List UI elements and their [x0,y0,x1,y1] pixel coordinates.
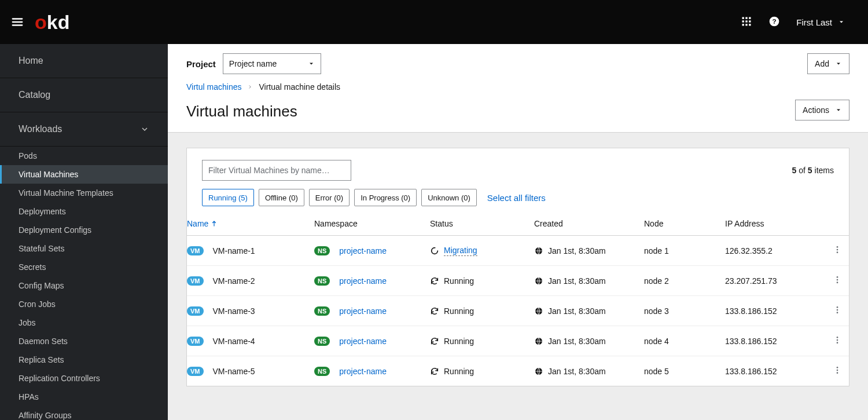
namespace-link[interactable]: project-name [339,367,387,376]
caret-down-icon [835,60,842,67]
hamburger-button[interactable] [0,16,35,28]
sidebar-section-catalog[interactable]: Catalog [0,78,168,112]
row-actions-kebab[interactable] [833,335,842,345]
header-row-3: Virtual machines Actions [186,100,849,120]
sidebar-section-workloads[interactable]: Workloads [0,112,168,147]
svg-rect-4 [746,20,748,22]
svg-rect-6 [742,24,744,25]
svg-point-23 [837,312,838,313]
sidebar-item-jobs[interactable]: Jobs [0,313,168,332]
filter-chip[interactable]: Offline (0) [259,189,304,206]
table-row: VMVM-name-2NSproject-nameRunningJan 1st,… [187,266,849,296]
select-all-filters-link[interactable]: Select all filters [487,193,546,203]
svg-point-31 [837,372,838,374]
project-selector[interactable]: Project name [223,53,321,74]
svg-point-17 [837,276,838,278]
th-ip[interactable]: IP Address [725,213,826,236]
filter-input[interactable] [202,160,351,181]
svg-rect-3 [742,20,744,22]
th-node[interactable]: Node [644,213,725,236]
row-actions-kebab[interactable] [833,275,842,284]
svg-rect-1 [746,17,748,19]
svg-point-25 [837,337,838,338]
sidebar-workloads-subnav: PodsVirtual MachinesVirtual Machine Temp… [0,147,168,420]
svg-point-13 [837,246,838,248]
sidebar-item-secrets[interactable]: Secrets [0,258,168,276]
sidebar-item-stateful-sets[interactable]: Stateful Sets [0,239,168,258]
topbar-right: ? First Last [741,16,868,29]
hamburger-icon [11,16,24,28]
help-button[interactable]: ? [768,16,780,29]
brand-logo[interactable]: okd [35,11,69,34]
kebab-icon [833,275,842,284]
sidebar-item-deployments[interactable]: Deployments [0,202,168,221]
sidebar-item-virtual-machines[interactable]: Virtual Machines [0,165,168,184]
sidebar-item-replication-controllers[interactable]: Replication Controllers [0,369,168,388]
filter-chip[interactable]: Error (0) [309,189,350,206]
vm-name[interactable]: VM-name-5 [213,367,255,376]
item-count: 5 of 5 items [792,166,834,175]
vm-list-card: 5 of 5 items Running (5)Offline (0)Error… [186,148,849,386]
th-namespace[interactable]: Namespace [314,213,430,236]
th-created[interactable]: Created [534,213,644,236]
sidebar-item-hpas[interactable]: HPAs [0,388,168,406]
ip-text: 133.8.186.152 [725,337,777,346]
page-title: Virtual machines [186,103,297,120]
created-text: Jan 1st, 8:30am [548,306,606,316]
svg-point-11 [432,247,438,254]
sidebar-item-config-maps[interactable]: Config Maps [0,276,168,295]
add-button[interactable]: Add [807,53,849,74]
vm-name[interactable]: VM-name-1 [213,246,255,255]
user-menu[interactable]: First Last [796,17,845,27]
actions-button[interactable]: Actions [795,100,849,120]
ip-text: 23.207.251.73 [725,276,777,286]
sidebar-item-deployment-configs[interactable]: Deployment Configs [0,221,168,239]
namespace-link[interactable]: project-name [339,337,387,346]
brand-letter-o: o [35,11,47,34]
vm-name[interactable]: VM-name-4 [213,337,255,346]
sync-icon [430,276,439,286]
svg-text:?: ? [773,17,777,25]
kebab-icon [833,245,842,254]
filter-chip[interactable]: Unknown (0) [421,189,477,206]
filter-chip[interactable]: In Progress (0) [354,189,417,206]
filter-chip[interactable]: Running (5) [202,189,254,206]
vm-name[interactable]: VM-name-3 [213,306,255,316]
row-actions-kebab[interactable] [833,245,842,254]
kebab-icon [833,305,842,315]
grid-icon [741,16,752,27]
node-text: node 4 [644,337,669,346]
sidebar-item-pods[interactable]: Pods [0,147,168,165]
ns-badge: NS [314,276,330,286]
status-text: Running [444,367,474,376]
namespace-link[interactable]: project-name [339,306,387,316]
row-actions-kebab[interactable] [833,366,842,375]
table-row: VMVM-name-5NSproject-nameRunningJan 1st,… [187,356,849,386]
apps-launcher-button[interactable] [741,16,752,29]
svg-point-18 [837,279,838,281]
status-text[interactable]: Migrating [444,246,477,256]
sidebar-item-replica-sets[interactable]: Replica Sets [0,350,168,369]
sidebar-item-affinity-groups[interactable]: Affinity Groups [0,406,168,420]
th-name[interactable]: Name [187,213,314,236]
namespace-link[interactable]: project-name [339,246,387,255]
namespace-link[interactable]: project-name [339,276,387,286]
created-text: Jan 1st, 8:30am [548,246,606,255]
brand-letters-kd: kd [47,11,70,34]
sidebar-item-cron-jobs[interactable]: Cron Jobs [0,295,168,313]
sidebar-item-daemon-sets[interactable]: Daemon Sets [0,332,168,350]
row-actions-kebab[interactable] [833,305,842,315]
sidebar-section-home[interactable]: Home [0,44,168,78]
globe-icon [534,337,543,346]
ip-text: 126.32.355.2 [725,246,773,255]
th-status[interactable]: Status [430,213,534,236]
vm-name[interactable]: VM-name-2 [213,276,255,286]
ns-badge: NS [314,337,330,346]
svg-point-26 [837,339,838,341]
main-header: Project Project name Add Virtul machines… [168,44,868,133]
sidebar-item-virtual-machine-templates[interactable]: Virtual Machine Templates [0,184,168,202]
kebab-icon [833,366,842,375]
filter-row: 5 of 5 items [202,160,834,181]
breadcrumb-link[interactable]: Virtul machines [186,82,241,92]
count-total: 5 [808,166,812,175]
